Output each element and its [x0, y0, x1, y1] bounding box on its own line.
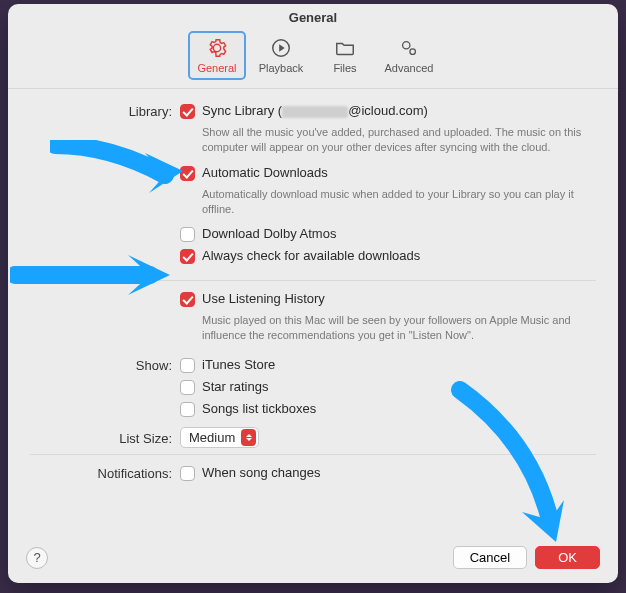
show-label: Show:	[30, 357, 180, 373]
always-check-checkbox[interactable]	[180, 249, 195, 264]
divider-2	[30, 454, 596, 455]
listening-history-desc: Music played on this Mac will be seen by…	[202, 313, 592, 343]
tickboxes-checkbox[interactable]	[180, 402, 195, 417]
play-icon	[270, 37, 292, 59]
sync-library-checkbox[interactable]	[180, 104, 195, 119]
stepper-icon	[241, 429, 256, 446]
song-changes-checkbox[interactable]	[180, 466, 195, 481]
tab-files[interactable]: Files	[316, 31, 374, 80]
footer: ? Cancel OK	[8, 536, 618, 583]
sync-prefix: Sync Library (	[202, 103, 282, 118]
svg-point-1	[403, 42, 410, 49]
star-ratings-text: Star ratings	[202, 379, 268, 394]
cancel-button[interactable]: Cancel	[453, 546, 527, 569]
preferences-window: General General Playback Files Advanced …	[8, 4, 618, 583]
gears-icon	[398, 37, 420, 59]
tab-advanced-label: Advanced	[385, 62, 434, 74]
sync-suffix: @icloud.com)	[348, 103, 428, 118]
automatic-downloads-text: Automatic Downloads	[202, 165, 328, 180]
tab-playback[interactable]: Playback	[252, 31, 310, 80]
tab-general-label: General	[197, 62, 236, 74]
redacted-email	[282, 106, 348, 118]
list-size-select[interactable]: Medium	[180, 427, 259, 448]
list-size-label: List Size:	[30, 430, 180, 446]
tab-playback-label: Playback	[259, 62, 304, 74]
divider	[30, 280, 596, 281]
always-check-text: Always check for available downloads	[202, 248, 420, 263]
svg-point-2	[410, 49, 416, 54]
tab-advanced[interactable]: Advanced	[380, 31, 438, 80]
tickboxes-text: Songs list tickboxes	[202, 401, 316, 416]
help-button[interactable]: ?	[26, 547, 48, 569]
toolbar: General Playback Files Advanced	[8, 25, 618, 89]
automatic-downloads-checkbox[interactable]	[180, 166, 195, 181]
notifications-label: Notifications:	[30, 465, 180, 481]
star-ratings-checkbox[interactable]	[180, 380, 195, 395]
ok-button[interactable]: OK	[535, 546, 600, 569]
window-title: General	[8, 4, 618, 25]
tab-files-label: Files	[333, 62, 356, 74]
tab-general[interactable]: General	[188, 31, 246, 80]
listening-history-checkbox[interactable]	[180, 292, 195, 307]
list-size-value: Medium	[189, 430, 235, 445]
sync-library-text: Sync Library (@icloud.com)	[202, 103, 428, 118]
automatic-downloads-desc: Automatically download music when added …	[202, 187, 592, 217]
folder-icon	[334, 37, 356, 59]
gear-icon	[206, 37, 228, 59]
dolby-atmos-checkbox[interactable]	[180, 227, 195, 242]
song-changes-text: When song changes	[202, 465, 321, 480]
itunes-store-checkbox[interactable]	[180, 358, 195, 373]
listening-history-text: Use Listening History	[202, 291, 325, 306]
content-area: Library: Sync Library (@icloud.com) Show…	[8, 89, 618, 536]
dolby-atmos-text: Download Dolby Atmos	[202, 226, 336, 241]
library-label: Library:	[30, 103, 180, 119]
sync-library-desc: Show all the music you've added, purchas…	[202, 125, 592, 155]
itunes-store-text: iTunes Store	[202, 357, 275, 372]
